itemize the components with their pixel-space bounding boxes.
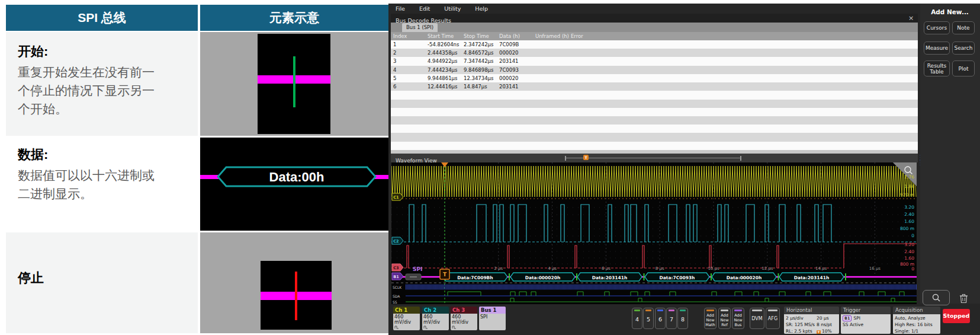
trigger-type: SPI (853, 315, 860, 321)
table-row[interactable] (391, 125, 918, 133)
table-cell: 9.944861μs (428, 74, 464, 82)
stop-diagram (200, 232, 388, 333)
column-header[interactable]: Index (393, 32, 428, 40)
menu-item-help[interactable]: Help (475, 5, 488, 14)
ch2-waveform (409, 205, 831, 242)
table-cell: 9.846898μs (464, 66, 499, 74)
table-cell (535, 82, 571, 91)
acquisition-title: Acquisition (893, 307, 940, 314)
close-icon[interactable]: × (908, 14, 914, 23)
horizontal-value: T10% (817, 328, 837, 334)
table-cell: 7.444234μs (428, 66, 464, 74)
sidebar-button-measure[interactable]: Measure (924, 42, 950, 55)
column-header[interactable]: Start Time (428, 32, 464, 40)
time-axis-label: 12 μs (761, 266, 773, 271)
color-bar (768, 310, 777, 311)
table-row[interactable]: 34.944922μs7.347442μs203141 (391, 57, 918, 65)
table-cell (571, 74, 918, 82)
sidebar-button-results-table[interactable]: Results Table (924, 60, 950, 76)
table-row[interactable]: 47.444234μs9.846898μs7C0093 (391, 66, 918, 74)
channel-settings: 460 mV/div50 MHz (422, 314, 449, 330)
dvm-button[interactable]: DVM (750, 308, 764, 329)
table-cell: 203141 (499, 57, 535, 65)
channel-button-8[interactable]: 8 (677, 308, 688, 329)
channel-button-5[interactable]: 5 (643, 308, 654, 329)
digital-label-sclk: SCLK (393, 285, 402, 289)
table-cell: 2.347242μs (464, 40, 499, 49)
table-row[interactable] (391, 108, 918, 116)
table-cell: 5 (393, 74, 428, 82)
decode-body[interactable]: 1-54.82604ns2.347242μs7C009B22.444358μs4… (391, 40, 918, 150)
channel-button-4[interactable]: 4 (632, 308, 642, 329)
button-label: AddNewBus (732, 313, 744, 327)
sidebar-button-cursors[interactable]: Cursors (924, 21, 950, 34)
svg-text:C1: C1 (393, 195, 399, 200)
trigger-panel[interactable]: Trigger B1SPI SS Active (841, 307, 891, 334)
horizontal-row: RL: 2.5 kptsT10% (786, 328, 837, 334)
table-row[interactable] (391, 116, 918, 125)
table-row[interactable]: 59.944861μs12.34734μs000020 (391, 74, 918, 82)
sidebar-button-plot[interactable]: Plot (952, 60, 975, 76)
column-header[interactable]: Stop Time (464, 32, 499, 40)
channel-scale: 460 mV/div (423, 314, 448, 325)
delete-button[interactable] (956, 291, 971, 305)
sda-digital-waveform (448, 292, 904, 296)
dvm-label: DVM (750, 316, 764, 321)
waveform-plot[interactable]: 2 μs4 μs6 μs8 μs10 μs12 μs14 μs16 μs2.76… (391, 162, 917, 304)
add-new-math-button[interactable]: AddNewMath (704, 308, 716, 329)
column-header[interactable]: Error (571, 32, 918, 40)
acquisition-resolution: High Res: 16 bits (895, 321, 939, 328)
channel-badge-1[interactable]: Ch 1460 mV/div50 MHz (393, 307, 420, 330)
doc-header-spi-bus: SPI 总线 (6, 5, 198, 31)
sidebar-button-search[interactable]: Search (952, 42, 975, 55)
zoom-slider[interactable]: T (565, 156, 741, 161)
sidebar-title: Add New... (921, 8, 978, 15)
tab-bus1-spi[interactable]: Bus 1 (SPI) (402, 23, 438, 32)
channel-badge-3[interactable]: Ch 3460 mV/div50 MHz (451, 307, 477, 330)
table-cell (428, 125, 464, 133)
table-cell (499, 100, 535, 108)
menu-item-utility[interactable]: Utility (444, 5, 461, 14)
afg-button[interactable]: AFG (766, 308, 780, 329)
bus-badge[interactable]: Bus 1SPI (479, 307, 506, 330)
table-row[interactable] (391, 100, 918, 108)
column-header[interactable]: Data (h) (499, 32, 535, 40)
horizontal-panel[interactable]: Horizontal 2 μs/div20 μsSR: 125 MS/s8 ns… (784, 307, 839, 334)
time-axis-label: 4 μs (548, 266, 557, 271)
data-hexagon-label: Data:00h (269, 170, 324, 184)
channel-button-6[interactable]: 6 (655, 308, 666, 329)
start-marker-line (293, 56, 295, 107)
table-row[interactable] (391, 133, 918, 141)
table-cell (571, 49, 918, 57)
stop-marker-line (295, 272, 297, 320)
table-cell: 7C009B (499, 40, 535, 49)
add-new-bus-button[interactable]: AddNewBus (732, 308, 744, 329)
zoom-slider-marker[interactable]: T (583, 155, 589, 160)
decode-title-bar[interactable]: Bus Decode Results × (391, 14, 918, 23)
channel-badge-2[interactable]: Ch 2460 mV/div50 MHz (422, 307, 449, 330)
add-new-ref-button[interactable]: AddNewRef (718, 308, 731, 329)
channel-name: Ch 1 (393, 307, 420, 314)
table-row[interactable]: 1-54.82604ns2.347242μs7C009B (391, 40, 918, 49)
menu-item-file[interactable]: File (396, 5, 405, 14)
menu-item-edit[interactable]: Edit (419, 5, 430, 14)
channel-button-7[interactable]: 7 (666, 308, 677, 329)
time-axis-label: 2 μs (494, 266, 503, 271)
table-row[interactable]: 22.444358μs4.846572μs000020 (391, 49, 918, 57)
zoom-tool-button[interactable] (923, 290, 950, 305)
sidebar-button-note[interactable]: Note (952, 21, 975, 34)
decode-tab-strip: Bus 1 (SPI) (391, 23, 918, 32)
stopped-button[interactable]: Stopped (943, 309, 970, 323)
table-cell (393, 116, 428, 125)
column-header[interactable]: Unframed (h) (535, 32, 571, 40)
table-cell: 1 (393, 40, 428, 49)
trigger-top-marker[interactable] (441, 162, 448, 167)
button-label: 5 (644, 316, 653, 323)
acquisition-panel[interactable]: Acquisition Auto, Analyze High Res: 16 b… (893, 307, 940, 334)
table-row[interactable] (391, 142, 918, 150)
table-cell (464, 108, 499, 116)
channel-name: Ch 3 (451, 307, 477, 314)
acquisition-mode: Auto, Analyze (895, 315, 939, 321)
table-row[interactable]: 612.44416μs14.847μs203141 (391, 82, 918, 91)
table-row[interactable] (391, 91, 918, 99)
